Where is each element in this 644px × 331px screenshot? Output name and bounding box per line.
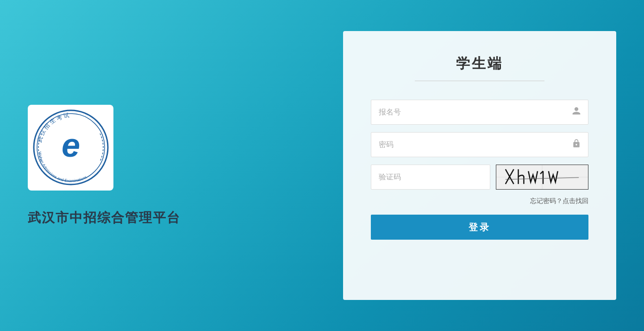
login-button[interactable]: 登录 bbox=[371, 215, 588, 240]
username-input[interactable] bbox=[371, 100, 588, 125]
logo-svg: e 武 汉 招 生 考 试 Wuhan Admissions and Exami… bbox=[31, 108, 110, 187]
login-title: 学生端 bbox=[456, 54, 503, 73]
password-input[interactable] bbox=[371, 132, 588, 157]
username-group bbox=[371, 100, 588, 125]
password-group bbox=[371, 132, 588, 157]
captcha-image[interactable] bbox=[496, 165, 588, 190]
svg-text:e: e bbox=[61, 127, 80, 164]
logo-container: e 武 汉 招 生 考 试 Wuhan Admissions and Exami… bbox=[28, 105, 113, 191]
site-title: 武汉市中招综合管理平台 bbox=[28, 209, 181, 227]
user-icon bbox=[572, 107, 581, 118]
lock-icon bbox=[572, 139, 581, 151]
captcha-row bbox=[371, 165, 588, 190]
title-divider bbox=[415, 81, 544, 81]
login-panel: 学生端 bbox=[343, 31, 616, 300]
captcha-svg bbox=[496, 165, 588, 190]
forgot-password-link[interactable]: 忘记密码？点击找回 bbox=[530, 197, 588, 205]
left-panel: e 武 汉 招 生 考 试 Wuhan Admissions and Exami… bbox=[28, 105, 181, 227]
captcha-input[interactable] bbox=[371, 165, 490, 190]
